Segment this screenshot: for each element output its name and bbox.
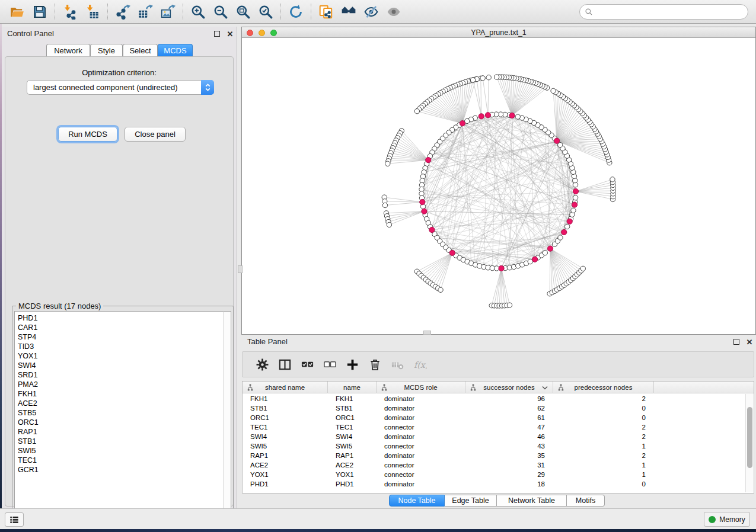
search-input[interactable] (596, 7, 743, 17)
graph-edge[interactable] (430, 156, 554, 245)
table-row[interactable]: ACE2ACE2connector311 (243, 460, 754, 470)
mcds-result-item[interactable]: STB1 (18, 437, 223, 446)
mcds-result-item[interactable]: CAR1 (18, 323, 223, 332)
mcds-result-item[interactable]: STB5 (18, 408, 223, 418)
memory-button[interactable]: Memory (704, 512, 750, 527)
graph-node[interactable] (564, 224, 569, 229)
mcds-result-item[interactable]: SWI4 (18, 361, 223, 370)
tab-motifs[interactable]: Motifs (567, 495, 605, 507)
mcds-result-item[interactable]: SRD1 (18, 370, 223, 380)
graph-node[interactable] (558, 235, 563, 240)
open-file-button[interactable] (6, 2, 28, 22)
tab-network-table[interactable]: Network Table (497, 495, 567, 507)
vertical-splitter-handle[interactable] (238, 265, 243, 273)
graph-hub-node[interactable] (547, 246, 553, 251)
graph-edge[interactable] (550, 249, 566, 284)
graph-hub-node[interactable] (479, 114, 484, 119)
graph-edge[interactable] (424, 211, 572, 215)
graph-hub-node[interactable] (449, 250, 455, 255)
graph-node[interactable] (486, 75, 491, 80)
table-row[interactable]: STB1STB1dominator620 (243, 403, 754, 413)
graph-edge[interactable] (395, 143, 428, 160)
graph-hub-node[interactable] (420, 199, 425, 204)
graph-edge[interactable] (499, 77, 512, 116)
graph-node[interactable] (382, 203, 387, 207)
mcds-result-item[interactable]: RAP1 (18, 427, 223, 437)
delete-columns-button[interactable] (363, 354, 386, 375)
mcds-result-item[interactable]: STP4 (18, 332, 223, 342)
mcds-result-list[interactable]: PHD1CAR1STP4TID3YOX1SWI4SRD1PMA2FKH1ACE2… (14, 311, 223, 524)
export-table-button[interactable] (134, 2, 157, 22)
graph-edge[interactable] (550, 249, 583, 269)
hide-selected-button[interactable] (360, 2, 382, 22)
graph-edge[interactable] (400, 133, 428, 160)
graph-edge[interactable] (502, 268, 510, 305)
add-column-button[interactable] (341, 354, 363, 375)
run-mcds-button[interactable]: Run MCDS (58, 127, 117, 142)
graph-edge[interactable] (512, 86, 545, 116)
graph-edge[interactable] (492, 268, 501, 306)
graph-hub-node[interactable] (567, 219, 572, 224)
graph-edge[interactable] (438, 94, 462, 123)
tab-network[interactable]: Network (46, 44, 90, 56)
graph-hub-node[interactable] (554, 138, 560, 143)
show-all-button[interactable] (382, 2, 405, 22)
graph-node[interactable] (610, 177, 615, 182)
graph-edge[interactable] (421, 107, 462, 123)
tab-edge-table[interactable]: Edge Table (445, 495, 497, 507)
table-row[interactable]: SWI4SWI4dominator462 (243, 432, 754, 441)
column-header-predecessor-nodes[interactable]: predecessor nodes (553, 382, 654, 393)
table-row[interactable]: TEC1TEC1connector472 (243, 422, 754, 432)
graph-node[interactable] (515, 114, 520, 119)
graph-edge[interactable] (483, 78, 488, 115)
table-row[interactable]: YOX1YOX1connector291 (243, 470, 754, 479)
task-history-button[interactable] (5, 512, 24, 527)
zoom-fit-button[interactable] (232, 2, 254, 22)
graph-edge[interactable] (512, 85, 540, 116)
graph-edge[interactable] (441, 253, 452, 290)
graph-edge[interactable] (557, 124, 591, 141)
graph-edge[interactable] (488, 78, 489, 116)
search-box[interactable] (579, 4, 748, 20)
graph-hub-node[interactable] (562, 229, 567, 235)
graph-node[interactable] (543, 251, 547, 255)
graph-edge[interactable] (576, 191, 613, 197)
graph-edge[interactable] (497, 268, 502, 306)
mcds-result-item[interactable]: GCR1 (18, 465, 223, 475)
graph-edge[interactable] (504, 77, 512, 116)
tab-node-table[interactable]: Node Table (389, 495, 445, 507)
table-scrollbar[interactable] (745, 394, 753, 492)
graph-node[interactable] (470, 78, 475, 82)
import-network-button[interactable] (59, 2, 81, 22)
graph-edge[interactable] (497, 77, 512, 116)
mcds-result-item[interactable]: ORC1 (18, 418, 223, 427)
graph-edge[interactable] (462, 81, 471, 123)
column-header-name[interactable]: name (328, 382, 377, 393)
graph-edge[interactable] (550, 249, 575, 277)
graph-hub-node[interactable] (572, 202, 577, 207)
select-all-button[interactable] (296, 354, 318, 375)
close-panel-icon[interactable]: ✕ (226, 30, 234, 38)
graph-edge[interactable] (462, 81, 468, 123)
table-settings-button[interactable] (251, 354, 273, 375)
graph-edge[interactable] (426, 253, 452, 280)
optimization-criterion-select[interactable]: largest connected component (undirected) (27, 80, 214, 95)
table-row[interactable]: SWI5SWI5connector431 (243, 441, 754, 451)
column-header-successor-nodes[interactable]: successor nodes (465, 382, 553, 393)
graph-edge[interactable] (452, 86, 462, 123)
mcds-result-item[interactable]: PMA2 (18, 380, 223, 389)
graph-hub-node[interactable] (485, 113, 490, 118)
graph-edge[interactable] (385, 202, 422, 205)
zoom-in-button[interactable] (187, 2, 209, 22)
mcds-result-item[interactable]: SWI5 (18, 446, 223, 456)
graph-node[interactable] (573, 196, 578, 200)
graph-node[interactable] (387, 222, 391, 227)
import-table-button[interactable] (81, 2, 104, 22)
mcds-result-item[interactable]: ACE2 (18, 399, 223, 408)
graph-hub-node[interactable] (509, 113, 515, 118)
close-panel-button[interactable]: Close panel (125, 127, 186, 142)
graph-node[interactable] (507, 303, 512, 307)
table-row[interactable]: PHD1PHD1dominator180 (243, 479, 754, 489)
refresh-network-button[interactable] (285, 2, 307, 22)
graph-node[interactable] (494, 75, 499, 79)
